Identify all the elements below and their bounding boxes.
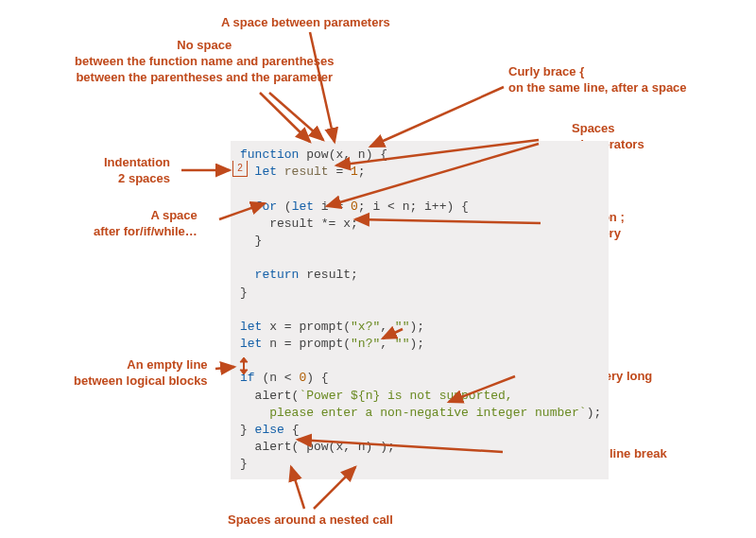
label-indentation: Indentation 2 spaces — [104, 155, 170, 187]
svg-marker-1 — [240, 357, 248, 362]
label-no-space-func: No space between the function name and p… — [75, 38, 335, 86]
label-space-after-for: A space after for/if/while… — [94, 208, 198, 240]
label-empty-line: An empty line between logical blocks — [74, 357, 208, 390]
label-curly-brace: Curly brace { on the same line, after a … — [508, 64, 687, 96]
label-nested-call: Spaces around a nested call — [228, 512, 393, 529]
svg-line-5 — [269, 93, 323, 140]
code-block: function pow(x, n) { let result = 1; for… — [231, 141, 609, 479]
indent-marker: 2 — [232, 161, 248, 177]
double-arrow-icon — [238, 357, 249, 374]
svg-marker-2 — [240, 370, 248, 374]
svg-line-4 — [260, 93, 310, 142]
svg-line-6 — [370, 87, 504, 147]
label-space-between-params: A space between parameters — [221, 15, 390, 31]
